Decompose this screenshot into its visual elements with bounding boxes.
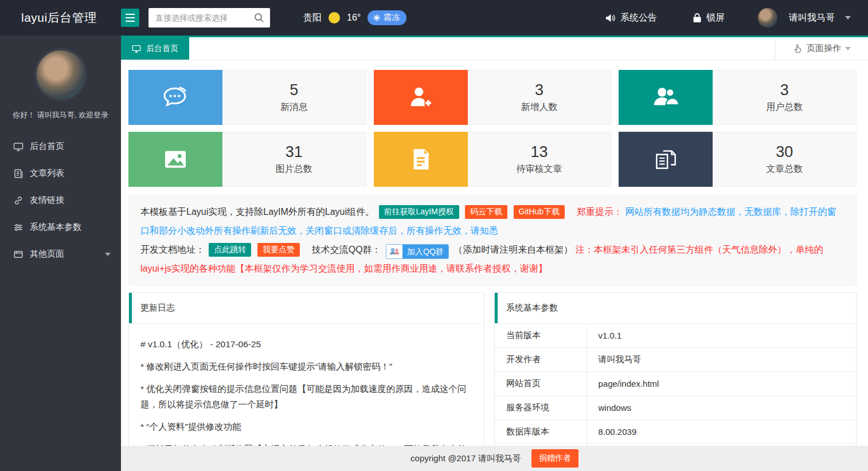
tab-home[interactable]: 后台首页 bbox=[121, 37, 189, 60]
footer: copyright @2017 请叫我马哥 捐赠作者 bbox=[121, 446, 868, 471]
sidebar-item-links[interactable]: 友情链接 bbox=[0, 187, 121, 214]
table-row: 开发作者 请叫我马哥 bbox=[495, 348, 856, 372]
system-params-panel: 系统基本参数 当前版本 v1.0.1 开发作者 请叫我马哥 网站首页 bbox=[494, 292, 857, 469]
gitee-download-button[interactable]: 码云下载 bbox=[465, 205, 507, 219]
users-icon bbox=[619, 70, 713, 125]
stat-cards: 5 新消息 3 新增人数 3 用户总数 bbox=[128, 70, 857, 187]
github-download-button[interactable]: GitHub下载 bbox=[514, 205, 565, 219]
notice-intro: 本模板基于Layui实现，支持除LayIM外所有的Layui组件。 bbox=[140, 207, 374, 217]
article-icon bbox=[13, 168, 24, 179]
pages-icon bbox=[13, 249, 24, 260]
layim-auth-button[interactable]: 前往获取LayIM授权 bbox=[379, 205, 459, 219]
changelog-line: * 修改刚进入页面无任何操作时按回车键提示“请输入解锁密码！” bbox=[140, 359, 472, 374]
stat-value: 13 bbox=[530, 143, 548, 161]
header-right: 系统公告 锁屏 请叫我马哥 bbox=[605, 8, 868, 28]
table-row: 网站首页 page/index.html bbox=[495, 372, 856, 396]
bottom-panels: 更新日志 # v1.0.1（优化） - 2017-06-25 * 修改刚进入页面… bbox=[128, 292, 857, 471]
notice-panel: 本模板基于Layui实现，支持除LayIM外所有的Layui组件。 前往获取La… bbox=[128, 195, 857, 285]
system-params-title: 系统基本参数 bbox=[495, 293, 856, 324]
search-input[interactable] bbox=[148, 8, 270, 28]
hamburger-icon bbox=[126, 14, 135, 15]
hand-pointer-icon bbox=[793, 44, 803, 53]
user-add-icon bbox=[374, 70, 468, 125]
document-icon bbox=[374, 132, 468, 187]
changelog-line: * “个人资料”提供修改功能 bbox=[140, 419, 472, 434]
like-button[interactable]: 我要点赞 bbox=[257, 243, 300, 257]
changelog-panel: 更新日志 # v1.0.1（优化） - 2017-06-25 * 修改刚进入页面… bbox=[128, 292, 484, 471]
sidebar: 你好！ 请叫我马哥, 欢迎登录 后台首页 文章列表 友情链接 系统基本参数 其他… bbox=[0, 36, 121, 471]
documents-icon bbox=[619, 132, 713, 187]
header-search bbox=[148, 8, 270, 28]
username: 请叫我马哥 bbox=[789, 12, 835, 24]
sidebar-greeting: 你好！ 请叫我马哥, 欢迎登录 bbox=[0, 110, 121, 120]
table-row: 当前版本 v1.0.1 bbox=[495, 324, 856, 348]
user-avatar-large[interactable] bbox=[34, 48, 87, 101]
weather-city: 贵阳 bbox=[303, 12, 322, 24]
snowflake-icon bbox=[373, 14, 381, 22]
tab-bar: 后台首页 页面操作 bbox=[121, 36, 868, 60]
image-icon bbox=[128, 132, 222, 187]
stat-card-pending-articles[interactable]: 13 待审核文章 bbox=[374, 132, 612, 187]
stat-card-new-messages[interactable]: 5 新消息 bbox=[128, 70, 366, 125]
stat-label: 待审核文章 bbox=[516, 163, 562, 175]
donate-button[interactable]: 捐赠作者 bbox=[531, 449, 578, 468]
stat-value: 3 bbox=[535, 81, 544, 99]
chat-icon bbox=[128, 70, 222, 125]
weather-condition-badge: 霜冻 bbox=[367, 10, 406, 25]
notice-warning-label: 郑重提示： bbox=[577, 207, 623, 217]
speaker-icon bbox=[605, 13, 616, 23]
stat-label: 新增人数 bbox=[521, 101, 557, 113]
changelog-line: * 优化关闭弹窗按钮的提示信息位置问题【可能是因为加载速度的原因，造成这个问题，… bbox=[140, 381, 472, 412]
copyright-text: copyright @2017 请叫我马哥 bbox=[410, 453, 521, 464]
stat-value: 31 bbox=[286, 143, 303, 161]
sidebar-menu: 后台首页 文章列表 友情链接 系统基本参数 其他页面 bbox=[0, 133, 121, 268]
stat-card-total-images[interactable]: 31 图片总数 bbox=[128, 132, 366, 187]
join-qq-group-button[interactable]: 加入QQ群 bbox=[386, 244, 449, 259]
sidebar-item-home[interactable]: 后台首页 bbox=[0, 133, 121, 160]
doc-jump-button[interactable]: 点此跳转 bbox=[209, 243, 251, 257]
table-row: 数据库版本 8.00.2039 bbox=[495, 420, 856, 444]
stat-value: 30 bbox=[776, 143, 793, 161]
search-icon[interactable] bbox=[253, 12, 265, 26]
stat-label: 图片总数 bbox=[276, 163, 312, 175]
chevron-down-icon bbox=[105, 253, 111, 256]
changelog-title: 更新日志 bbox=[129, 293, 484, 324]
top-header: layui后台管理 贵阳 16° 霜冻 系统公告 锁屏 请叫我马哥 bbox=[0, 0, 868, 36]
monitor-icon bbox=[13, 142, 24, 152]
changelog-line: # v1.0.1（优化） - 2017-06-25 bbox=[140, 336, 472, 352]
weather-temp: 16° bbox=[347, 13, 361, 23]
stat-card-total-articles[interactable]: 30 文章总数 bbox=[619, 132, 857, 187]
page-actions-dropdown[interactable]: 页面操作 bbox=[775, 37, 868, 60]
stat-card-total-users[interactable]: 3 用户总数 bbox=[619, 70, 857, 125]
sidebar-item-system-params[interactable]: 系统基本参数 bbox=[0, 214, 121, 241]
stat-label: 用户总数 bbox=[766, 101, 803, 113]
sidebar-item-articles[interactable]: 文章列表 bbox=[0, 160, 121, 187]
app-logo: layui后台管理 bbox=[0, 10, 121, 26]
stat-label: 文章总数 bbox=[766, 163, 803, 175]
lock-screen-button[interactable]: 锁屏 bbox=[693, 12, 725, 24]
qq-avatars-icon bbox=[386, 245, 402, 258]
user-menu[interactable]: 请叫我马哥 bbox=[758, 8, 851, 28]
stat-value: 3 bbox=[780, 81, 789, 99]
lock-icon bbox=[693, 13, 702, 23]
user-avatar-small bbox=[758, 8, 777, 28]
stat-label: 新消息 bbox=[280, 101, 308, 113]
stat-value: 5 bbox=[290, 81, 298, 99]
main-area: 后台首页 页面操作 5 新消息 bbox=[121, 36, 868, 471]
table-row: 服务器环境 windows bbox=[495, 396, 856, 420]
qq-group-label: 技术交流QQ群： bbox=[312, 245, 381, 254]
chevron-down-icon bbox=[845, 16, 851, 19]
dashboard-content: 5 新消息 3 新增人数 3 用户总数 bbox=[121, 60, 868, 471]
system-announcement-button[interactable]: 系统公告 bbox=[605, 12, 657, 24]
link-icon bbox=[13, 195, 24, 206]
monitor-icon bbox=[132, 44, 141, 53]
settings-icon bbox=[13, 222, 24, 233]
sun-icon bbox=[329, 12, 340, 23]
chevron-down-icon bbox=[845, 47, 851, 50]
qq-note: （添加时请注明来自本框架） bbox=[453, 245, 573, 254]
doc-address-label: 开发文档地址： bbox=[140, 245, 205, 254]
stat-card-new-users[interactable]: 3 新增人数 bbox=[374, 70, 612, 125]
menu-toggle-button[interactable] bbox=[121, 9, 139, 27]
weather-widget: 贵阳 16° 霜冻 bbox=[303, 10, 406, 25]
sidebar-item-other-pages[interactable]: 其他页面 bbox=[0, 241, 121, 268]
